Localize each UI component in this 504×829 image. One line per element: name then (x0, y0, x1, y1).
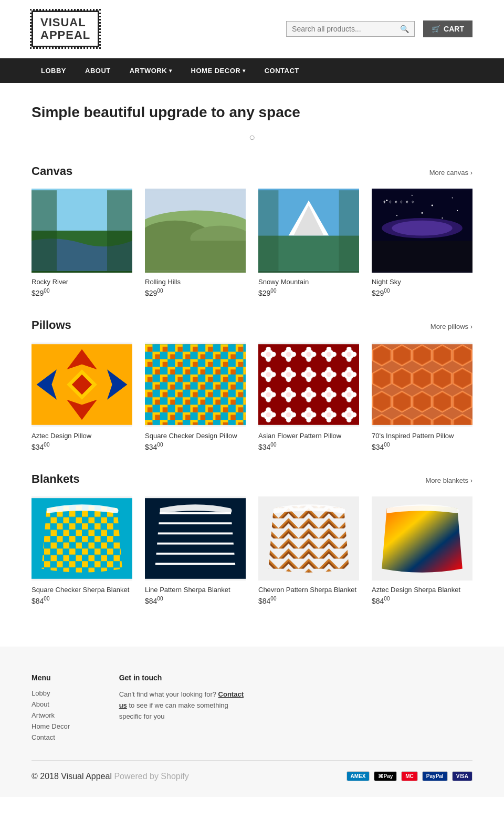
svg-point-20 (452, 198, 453, 199)
canvas-rocky-river-price: $2900 (32, 288, 132, 297)
nav-home-decor[interactable]: HOME DECOR ▾ (182, 58, 255, 83)
hero-dot-indicator: ○ (32, 121, 472, 154)
nav-contact[interactable]: CONTACT (255, 58, 309, 83)
canvas-product-rocky-river[interactable]: Rocky River $2900 (32, 189, 132, 297)
search-input[interactable] (292, 25, 397, 33)
svg-rect-16 (372, 241, 472, 272)
pillow-product-flower[interactable]: Asian Flower Pattern Pillow $3400 (258, 343, 359, 451)
blanket-line-price: $8400 (145, 596, 246, 605)
blanket-line-image (145, 496, 246, 581)
footer-menu-home-decor[interactable]: Home Decor (32, 722, 98, 730)
blanket-aztec-price: $8400 (372, 596, 472, 605)
cart-label: CART (444, 25, 464, 33)
more-blankets-link[interactable]: More blankets › (425, 476, 472, 484)
footer-grid: Menu Lobby About Artwork Home Decor Cont… (32, 673, 472, 744)
footer-bottom: © 2018 Visual Appeal Powered by Shopify … (32, 760, 472, 781)
svg-point-21 (396, 215, 397, 216)
footer-menu-artwork[interactable]: Artwork (32, 711, 98, 719)
canvas-night-sky-image (372, 189, 472, 273)
logo-line2: APPEAL (40, 28, 90, 42)
canvas-rolling-hills-image (145, 189, 246, 273)
pillows-section: Pillows More pillows › Aztec Design P (32, 318, 472, 451)
cart-button[interactable]: 🛒 CART (423, 20, 472, 37)
svg-rect-8 (145, 241, 246, 272)
canvas-rocky-river-name: Rocky River (32, 278, 132, 286)
svg-point-24 (457, 210, 458, 211)
site-footer: Menu Lobby About Artwork Home Decor Cont… (0, 647, 504, 797)
blanket-product-line[interactable]: Line Pattern Sherpa Blanket $8400 (145, 496, 246, 605)
pillow-flower-price: $3400 (258, 442, 359, 451)
canvas-night-sky-price: $2900 (372, 288, 472, 297)
canvas-product-snowy-mountain[interactable]: Snowy Mountain $2900 (258, 189, 359, 297)
cart-icon: 🛒 (432, 25, 440, 33)
canvas-night-sky-name: Night Sky (372, 278, 472, 286)
search-box: 🔍 (286, 21, 415, 37)
pillows-section-header: Pillows More pillows › (32, 318, 472, 332)
pillow-checker-image (145, 343, 246, 427)
svg-rect-2 (32, 191, 57, 272)
footer-menu-lobby[interactable]: Lobby (32, 689, 98, 697)
blanket-product-chevron[interactable]: Chevron Pattern Sherpa Blanket $8400 (258, 496, 359, 605)
footer-contact-text: Can't find what your looking for? Contac… (119, 689, 252, 722)
canvas-rolling-hills-price: $2900 (145, 288, 246, 297)
nav-artwork[interactable]: ARTWORK ▾ (120, 58, 182, 83)
blanket-checker-image (32, 496, 132, 581)
canvas-product-rolling-hills[interactable]: Rolling Hills $2900 (145, 189, 246, 297)
blanket-chevron-price: $8400 (258, 596, 359, 605)
blanket-product-checker[interactable]: Square Checker Sherpa Blanket $8400 (32, 496, 132, 605)
footer-copyright: © 2018 Visual Appeal Powered by Shopify (32, 772, 189, 781)
pillow-checker-price: $3400 (145, 442, 246, 451)
footer-contact-col: Get in touch Can't find what your lookin… (119, 673, 252, 744)
nav-about[interactable]: ABOUT (76, 58, 120, 83)
footer-main: Menu Lobby About Artwork Home Decor Cont… (0, 647, 504, 797)
payment-apple-pay: ⌘Pay (374, 771, 397, 781)
svg-point-19 (432, 205, 433, 206)
blanket-chevron-image (258, 496, 359, 581)
pillow-product-hexagon[interactable]: 70's Inspired Pattern Pillow $3400 (372, 343, 472, 451)
logo-line1: VISUAL (40, 16, 86, 29)
svg-point-22 (422, 212, 423, 214)
canvas-snowy-mountain-price: $2900 (258, 288, 359, 297)
footer-get-in-touch-title: Get in touch (119, 673, 252, 682)
pillows-title: Pillows (32, 318, 71, 332)
svg-rect-14 (339, 191, 359, 272)
pillow-hexagon-price: $3400 (372, 442, 472, 451)
svg-rect-48 (258, 344, 359, 425)
footer-spacer-col (273, 673, 472, 744)
canvas-snowy-mountain-image (258, 189, 359, 273)
search-icon[interactable]: 🔍 (400, 25, 409, 33)
more-pillows-link[interactable]: More pillows › (430, 323, 472, 330)
svg-point-23 (442, 217, 443, 219)
blanket-product-aztec[interactable]: Aztec Design Sherpa Blanket $8400 (372, 496, 472, 605)
canvas-snowy-mountain-name: Snowy Mountain (258, 278, 359, 286)
payment-paypal: PayPal (422, 771, 448, 781)
home-decor-dropdown-arrow: ▾ (243, 68, 246, 74)
payment-mastercard: MC (401, 771, 418, 781)
pillow-product-aztec[interactable]: Aztec Design Pillow $3400 (32, 343, 132, 451)
hero-tagline: Simple beautiful upgrade to any space (32, 104, 472, 121)
svg-rect-13 (258, 191, 278, 272)
canvas-product-night-sky[interactable]: Night Sky $2900 (372, 189, 472, 297)
main-content: Canvas More canvas › Rocky River $2900 (0, 159, 504, 647)
nav-lobby[interactable]: LOBBY (32, 58, 76, 83)
canvas-rolling-hills-name: Rolling Hills (145, 278, 246, 286)
blankets-product-grid: Square Checker Sherpa Blanket $8400 (32, 496, 472, 605)
svg-rect-40 (145, 344, 246, 425)
pillow-checker-name: Square Checker Design Pillow (145, 432, 246, 440)
logo[interactable]: VISUAL APPEAL (32, 11, 99, 47)
blanket-checker-name: Square Checker Sherpa Blanket (32, 586, 132, 594)
artwork-dropdown-arrow: ▾ (169, 68, 172, 74)
footer-menu-col: Menu Lobby About Artwork Home Decor Cont… (32, 673, 98, 744)
payment-icons: AMEX ⌘Pay MC PayPal VISA (346, 771, 472, 781)
blankets-section-header: Blankets More blankets › (32, 472, 472, 486)
blankets-section: Blankets More blankets › (32, 472, 472, 605)
more-canvas-link[interactable]: More canvas › (429, 169, 472, 177)
main-nav: LOBBY ABOUT ARTWORK ▾ HOME DECOR ▾ CONTA… (0, 58, 504, 83)
footer-menu-about[interactable]: About (32, 700, 98, 708)
blankets-title: Blankets (32, 472, 80, 486)
header-right: 🔍 🛒 CART (286, 20, 472, 37)
blanket-line-name: Line Pattern Sherpa Blanket (145, 586, 246, 594)
blanket-checker-price: $8400 (32, 596, 132, 605)
pillow-product-checker[interactable]: Square Checker Design Pillow $3400 (145, 343, 246, 451)
footer-menu-contact[interactable]: Contact (32, 733, 98, 741)
